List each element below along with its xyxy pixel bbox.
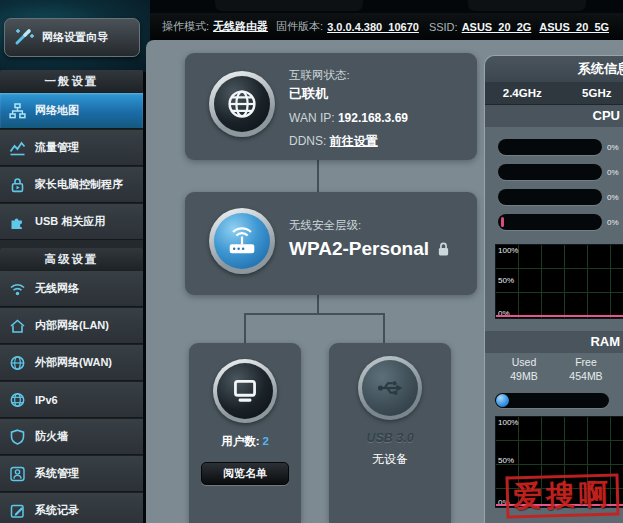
usb-app-icon bbox=[8, 213, 27, 231]
sidebar-item-label: IPv6 bbox=[35, 394, 58, 406]
sidebar-item-traffic-manager[interactable]: 流量管理 bbox=[0, 129, 143, 166]
security-level-value: WPA2-Personal bbox=[289, 238, 429, 260]
ipv6-globe-icon bbox=[8, 391, 27, 409]
sidebar-item-parental-control[interactable]: 家长电脑控制程序 bbox=[0, 166, 143, 203]
wan-ip-value: 192.168.3.69 bbox=[338, 111, 408, 125]
ram-usage-bar bbox=[495, 393, 609, 408]
clients-count-row: 用户数:2 bbox=[189, 434, 301, 449]
ddns-settings-link[interactable]: 前往设置 bbox=[330, 134, 378, 148]
wireless-security-card: 无线安全层级: WPA2-Personal bbox=[185, 192, 477, 295]
sidebar-item-label: 外部网络(WAN) bbox=[35, 355, 112, 370]
status-topbar: 操作模式: 无线路由器 固件版本: 3.0.0.4.380_10670 SSID… bbox=[150, 13, 623, 40]
lan-home-icon bbox=[8, 317, 27, 335]
sidebar-item-wireless[interactable]: 无线网络 bbox=[0, 270, 143, 307]
wireless-icon bbox=[8, 280, 27, 298]
wan-globe-icon bbox=[8, 354, 27, 372]
internet-globe-button[interactable] bbox=[209, 71, 275, 137]
ram-used-label: Used bbox=[512, 356, 537, 368]
connector-line bbox=[244, 313, 385, 315]
security-level-label: 无线安全层级: bbox=[289, 218, 450, 233]
sidebar-item-label: 家长电脑控制程序 bbox=[35, 177, 123, 192]
usb-card: USB 3.0 无设备 bbox=[329, 343, 451, 523]
banner-shape bbox=[468, 0, 586, 11]
sidebar-item-system-log[interactable]: 系统记录 bbox=[0, 492, 143, 523]
system-info-title: 系统信息 bbox=[485, 56, 623, 82]
sidebar-item-usb-application[interactable]: USB 相关应用 bbox=[0, 203, 143, 240]
sidebar-item-lan[interactable]: 内部网络(LAN) bbox=[0, 307, 143, 344]
ram-free-value: 454MB bbox=[555, 370, 617, 382]
sidebar-item-label: 防火墙 bbox=[35, 429, 68, 444]
clients-button[interactable] bbox=[213, 359, 277, 423]
sidebar-nav: 一般设置 网络地图 流量管理 家长电脑控制程序 bbox=[0, 70, 143, 523]
sidebar-item-label: USB 相关应用 bbox=[35, 214, 105, 229]
internet-status-value: 已联机 bbox=[289, 85, 408, 103]
sidebar-item-administration[interactable]: 系统管理 bbox=[0, 455, 143, 492]
cpu-core-bar bbox=[498, 139, 602, 155]
globe-icon bbox=[224, 86, 260, 122]
tab-2-4ghz[interactable]: 2.4GHz bbox=[485, 82, 560, 104]
cpu-core-bar bbox=[498, 164, 602, 180]
cpu-usage-line bbox=[496, 315, 623, 317]
internet-status-label: 互联网状态: bbox=[289, 68, 408, 83]
cpu-core-usage: 0% bbox=[607, 218, 623, 227]
sidebar-item-label: 流量管理 bbox=[35, 140, 79, 155]
ddns-label: DDNS: bbox=[289, 134, 326, 148]
op-mode-link[interactable]: 无线路由器 bbox=[213, 19, 268, 34]
router-button[interactable] bbox=[209, 208, 275, 274]
connector-line bbox=[317, 295, 319, 315]
ddns-row: DDNS: 前往设置 bbox=[289, 133, 408, 150]
sidebar-item-label: 系统管理 bbox=[35, 466, 79, 481]
sidebar-item-label: 系统记录 bbox=[35, 503, 79, 518]
clients-label: 用户数: bbox=[221, 435, 259, 447]
quick-setup-wizard-button[interactable]: 网络设置向导 bbox=[4, 18, 140, 57]
ssid-5g-link[interactable]: ASUS_20_5G bbox=[539, 21, 609, 33]
internet-status-card: 互联网状态: 已联机 WAN IP: 192.168.3.69 DDNS: 前往… bbox=[185, 53, 477, 160]
ram-axis-100: 100% bbox=[498, 418, 518, 427]
firewall-shield-icon bbox=[8, 428, 27, 446]
band-tabs: 2.4GHz 5GHz bbox=[485, 82, 623, 105]
usb-button[interactable] bbox=[358, 356, 422, 420]
clients-card: 用户数:2 阅览名单 bbox=[189, 343, 301, 523]
sidebar-item-wan[interactable]: 外部网络(WAN) bbox=[0, 344, 143, 381]
sidebar-item-firewall[interactable]: 防火墙 bbox=[0, 418, 143, 455]
ram-free-label: Free bbox=[575, 356, 597, 368]
sidebar-item-label: 内部网络(LAN) bbox=[35, 318, 109, 333]
cpu-core-usage: 0% bbox=[607, 168, 623, 177]
view-client-list-button[interactable]: 阅览名单 bbox=[201, 462, 289, 485]
clients-count: 2 bbox=[262, 435, 268, 447]
section-header-advanced: 高级设置 bbox=[0, 248, 143, 270]
connector-line bbox=[383, 313, 385, 343]
sidebar-item-label: 无线网络 bbox=[35, 281, 79, 296]
system-log-icon bbox=[8, 502, 27, 520]
tab-5ghz[interactable]: 5GHz bbox=[560, 82, 623, 104]
wizard-label: 网络设置向导 bbox=[42, 30, 108, 45]
cpu-axis-50: 50% bbox=[498, 276, 514, 285]
cpu-usage-graph: 100% 50% 0% bbox=[495, 244, 623, 319]
banner-shape bbox=[215, 0, 363, 11]
cpu-core-bar bbox=[498, 214, 602, 230]
firmware-link[interactable]: 3.0.0.4.380_10670 bbox=[327, 21, 419, 33]
cpu-core-usage: 0% bbox=[607, 143, 623, 152]
cpu-usage-tick bbox=[501, 217, 504, 227]
ssid-2g-link[interactable]: ASUS_20_2G bbox=[462, 21, 532, 33]
router-admin-screen: 操作模式: 无线路由器 固件版本: 3.0.0.4.380_10670 SSID… bbox=[0, 0, 623, 523]
op-mode-label: 操作模式: bbox=[162, 19, 209, 34]
wan-ip-row: WAN IP: 192.168.3.69 bbox=[289, 111, 408, 125]
ram-section-header: RAM bbox=[485, 331, 623, 353]
ram-used: Used 49MB bbox=[493, 356, 555, 382]
sidebar-item-ipv6[interactable]: IPv6 bbox=[0, 381, 143, 418]
client-monitor-icon bbox=[228, 375, 262, 407]
sidebar-item-label: 网络地图 bbox=[35, 103, 79, 118]
ram-free: Free 454MB bbox=[555, 356, 617, 382]
parental-control-icon bbox=[8, 176, 27, 194]
watermark-stamp: 爱搜啊 bbox=[505, 474, 619, 519]
ram-axis-50: 50% bbox=[498, 456, 514, 465]
router-icon bbox=[223, 223, 261, 259]
cpu-axis-100: 100% bbox=[498, 246, 518, 255]
sidebar-item-network-map[interactable]: 网络地图 bbox=[0, 92, 143, 129]
ssid-label: SSID: bbox=[429, 21, 458, 33]
section-header-general: 一般设置 bbox=[0, 70, 143, 92]
traffic-manager-icon bbox=[8, 139, 27, 157]
system-info-panel: 系统信息 2.4GHz 5GHz CPU 0% 0% 0% 0% 100% 50… bbox=[484, 55, 623, 523]
connector-line bbox=[244, 313, 246, 343]
